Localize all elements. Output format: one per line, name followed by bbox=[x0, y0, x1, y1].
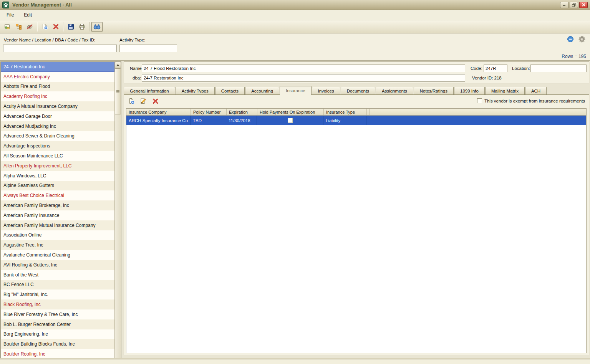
tab-strip: General InformationActivity TypesContact… bbox=[124, 86, 589, 95]
menu-file[interactable]: File bbox=[2, 11, 18, 19]
vendor-list-item[interactable]: Augustine Tree, Inc bbox=[1, 240, 114, 250]
column-header-insurance-type[interactable]: Insurance Type bbox=[323, 109, 366, 115]
activity-type-input[interactable] bbox=[119, 45, 177, 52]
vendor-list-item[interactable]: 24-7 Restoration Inc bbox=[1, 62, 114, 72]
close-button[interactable] bbox=[579, 2, 588, 8]
restore-button[interactable] bbox=[570, 2, 578, 8]
insurance-toolbar bbox=[127, 97, 159, 105]
vendor-management-window: Vendor Management - All FileEdit bbox=[0, 0, 590, 364]
edit-insurance-button[interactable] bbox=[139, 97, 148, 105]
vendor-list-item[interactable]: Big "M" Janitorial, Inc. bbox=[1, 290, 114, 299]
vendor-list-item[interactable]: Always Best Choice Electrical bbox=[1, 190, 114, 200]
vendor-list-item[interactable]: Bob L. Burger Recreation Center bbox=[1, 319, 114, 329]
activity-type-label: Activity Type: bbox=[119, 38, 146, 42]
vendor-list-item[interactable]: Abbotts Fire and Flood bbox=[1, 82, 114, 92]
edit-pencil-icon bbox=[140, 98, 147, 104]
new-vendor-button[interactable] bbox=[39, 22, 50, 32]
form-view-icon bbox=[4, 23, 11, 30]
collapse-panel-icon[interactable] bbox=[567, 36, 574, 43]
hold-payments-checkbox[interactable] bbox=[288, 118, 293, 123]
window-controls bbox=[560, 2, 588, 8]
tab-accounting[interactable]: Accounting bbox=[245, 87, 279, 95]
vendor-list-item[interactable]: Association Online bbox=[1, 230, 114, 240]
tab-1099-info[interactable]: 1099 Info bbox=[454, 87, 485, 95]
tab-mailing-matrix[interactable]: Mailing Matrix bbox=[485, 87, 525, 95]
column-header-expiration[interactable]: Expiration bbox=[226, 109, 257, 115]
dba-input[interactable] bbox=[142, 74, 465, 82]
vendor-list-item[interactable]: Advantage Inspections bbox=[1, 141, 114, 151]
exempt-label: This vendor is exempt from insurance req… bbox=[484, 99, 585, 103]
window-title: Vendor Management - All bbox=[12, 2, 72, 8]
vendor-list-scrollbar[interactable] bbox=[114, 62, 121, 364]
vendor-list-item[interactable]: Boulder Roofing, Inc bbox=[1, 349, 114, 359]
name-label: Name: bbox=[130, 66, 143, 71]
tab-general-information[interactable]: General Information bbox=[124, 87, 175, 95]
exempt-checkbox[interactable] bbox=[477, 98, 482, 103]
vendor-list-item[interactable]: American Family Brokerage, Inc bbox=[1, 200, 114, 210]
menu-edit[interactable]: Edit bbox=[20, 11, 36, 19]
tab-documents[interactable]: Documents bbox=[341, 87, 375, 95]
vendor-list-item[interactable]: Advanced Sewer & Drain Cleaning bbox=[1, 131, 114, 141]
menu-bar: FileEdit bbox=[0, 10, 590, 20]
vendor-list-item[interactable]: Boulder Building Blocks Funds, Inc bbox=[1, 339, 114, 349]
settings-gear-icon[interactable] bbox=[578, 36, 585, 43]
insurance-row[interactable]: ARCH Specialty Insurance CoTBD11/30/2018… bbox=[126, 116, 586, 125]
hide-preview-button[interactable] bbox=[24, 22, 35, 32]
vendor-detail-header: Name: Code: Location: dba: Vendor ID: 21… bbox=[124, 61, 589, 83]
delete-insurance-button[interactable] bbox=[151, 97, 159, 105]
column-header-hold-payments-on-expiration[interactable]: Hold Payments On Expiration bbox=[257, 109, 323, 115]
dba-label: dba: bbox=[133, 76, 141, 80]
add-record-icon bbox=[128, 98, 135, 104]
code-label: Code: bbox=[471, 66, 482, 71]
tab-ach[interactable]: ACH bbox=[525, 87, 547, 95]
vendor-list-item[interactable]: Advanced Garage Door bbox=[1, 111, 114, 121]
tab-contacts[interactable]: Contacts bbox=[215, 87, 245, 95]
column-header-insurance-company[interactable]: Insurance Company bbox=[126, 109, 191, 115]
find-button[interactable] bbox=[91, 22, 103, 32]
vendor-list-item[interactable]: All Season Maintenance LLC bbox=[1, 151, 114, 161]
vendor-list-item[interactable]: Alpine Seamless Gutters bbox=[1, 181, 114, 191]
tab-activity-types[interactable]: Activity Types bbox=[176, 87, 215, 95]
tab-invoices[interactable]: Invoices bbox=[312, 87, 340, 95]
scroll-up-button[interactable] bbox=[115, 62, 121, 68]
vendor-list-item[interactable]: American Family Mutual Insurance Company bbox=[1, 220, 114, 230]
save-button[interactable] bbox=[65, 22, 76, 32]
vendor-list-item[interactable]: Allen Property Improvement, LLC bbox=[1, 161, 114, 171]
name-input[interactable] bbox=[142, 65, 465, 72]
vendor-list: 24-7 Restoration IncAAA Electric Company… bbox=[1, 62, 114, 364]
vendor-list-item[interactable]: Advanced Mudjacking Inc bbox=[1, 121, 114, 131]
vendor-list-item[interactable]: Blue River Forestry & Tree Care, Inc bbox=[1, 309, 114, 319]
vendor-list-item[interactable]: BC Fence LLC bbox=[1, 280, 114, 290]
vendor-list-item[interactable]: American Family Insurance bbox=[1, 210, 114, 220]
tab-notes-ratings[interactable]: Notes/Ratings bbox=[414, 87, 454, 95]
print-button[interactable] bbox=[76, 22, 88, 32]
column-header-policy-number[interactable]: Policy Number bbox=[191, 109, 226, 115]
delete-vendor-button[interactable] bbox=[50, 22, 61, 32]
vendor-list-item[interactable]: Acuity A Mutual Insurance Company bbox=[1, 101, 114, 111]
vendor-list-item[interactable]: Alpha Windows, LLC bbox=[1, 171, 114, 181]
tab-insurance[interactable]: Insurance bbox=[280, 86, 312, 95]
vendor-list-item[interactable]: Academy Roofing Inc bbox=[1, 91, 114, 101]
vendor-list-item[interactable]: Avalanche Commerical Cleaning bbox=[1, 250, 114, 260]
code-input[interactable] bbox=[484, 65, 507, 72]
vendor-list-item[interactable]: AVI Roofing & Gutters, Inc bbox=[1, 260, 114, 270]
toolbar-separator bbox=[63, 22, 64, 31]
vendor-list-item[interactable]: Black Roofing, Inc bbox=[1, 299, 114, 309]
cell-policy-number: TBD bbox=[191, 116, 226, 125]
delete-icon bbox=[53, 23, 59, 30]
delete-icon bbox=[152, 98, 159, 104]
add-insurance-button[interactable] bbox=[127, 97, 136, 105]
vendor-list-item[interactable]: Bank of the West bbox=[1, 270, 114, 280]
tab-assignments[interactable]: Assignments bbox=[376, 87, 413, 95]
vendor-list-item[interactable]: AAA Electric Company bbox=[1, 72, 114, 82]
location-input[interactable] bbox=[530, 65, 587, 72]
cell-hold-payments bbox=[257, 116, 323, 125]
vendor-list-item[interactable]: Borg Engineering, Inc bbox=[1, 329, 114, 339]
title-bar[interactable]: Vendor Management - All bbox=[0, 0, 590, 10]
tree-view-button[interactable] bbox=[13, 22, 24, 32]
insurance-grid-body: ARCH Specialty Insurance CoTBD11/30/2018… bbox=[126, 116, 586, 125]
vendor-filter-input[interactable] bbox=[3, 45, 117, 52]
minimize-button[interactable] bbox=[560, 2, 568, 8]
scrollbar-thumb[interactable] bbox=[115, 68, 121, 114]
form-view-button[interactable] bbox=[2, 22, 13, 32]
